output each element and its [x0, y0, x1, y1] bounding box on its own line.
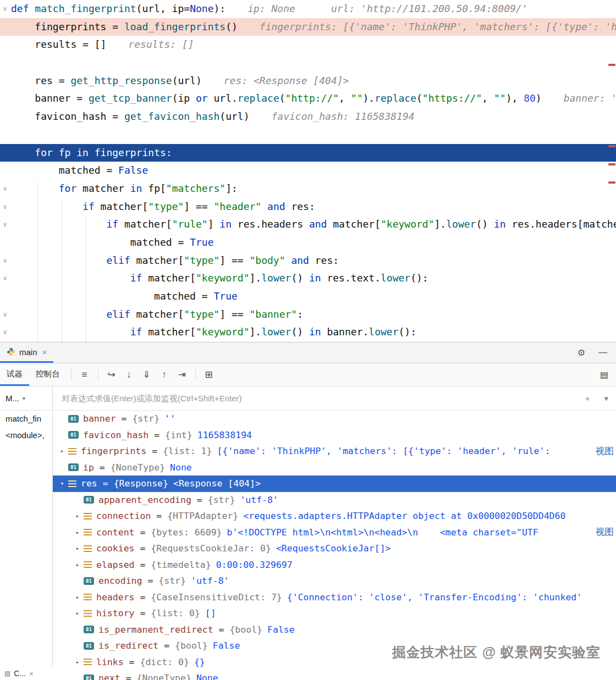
step-over-icon[interactable]: ↪ — [103, 369, 120, 380]
code-line[interactable]: fingerprints = load_fingerprints()finger… — [0, 18, 616, 36]
variable-row[interactable]: 01banner = {str}'' — [53, 411, 616, 427]
variable-name: res — [81, 478, 97, 489]
variable-row[interactable]: 01next = {NoneType}None — [53, 670, 616, 680]
expand-chevron-icon[interactable]: ▸ — [72, 545, 84, 552]
object-icon — [84, 594, 92, 600]
code-line[interactable]: matched = True — [0, 288, 616, 306]
code-line[interactable]: results = []results: [] — [0, 36, 616, 54]
view-link[interactable]: 视图 — [596, 526, 616, 538]
code-line[interactable]: ∨ elif matcher["type"] == "body" and res… — [0, 252, 616, 270]
expand-chevron-icon[interactable]: ▸ — [72, 659, 84, 666]
error-stripe-mark[interactable] — [608, 64, 615, 66]
variable-row[interactable]: ▾res = {Response}<Response [404]> — [53, 476, 616, 492]
error-stripe-mark[interactable] — [608, 181, 615, 184]
fold-chevron-icon[interactable]: ∨ — [1, 252, 9, 270]
fold-chevron-icon[interactable]: ∨ — [1, 0, 9, 18]
variable-name: ip — [83, 462, 94, 473]
variable-row[interactable]: 01is_redirect = {bool}False — [53, 638, 616, 654]
chevron-down-icon[interactable]: ▾ — [604, 394, 608, 403]
bottom-tab[interactable]: ▤ C... × — [0, 667, 53, 680]
expand-chevron-icon[interactable]: ▸ — [56, 447, 68, 455]
code-line[interactable]: ∨ for matcher in fp["matchers"]: — [0, 180, 616, 198]
variable-value: 1165838194 — [197, 430, 616, 440]
error-stripe-mark[interactable] — [608, 145, 615, 147]
code-line[interactable]: ∨ if matcher["keyword"].lower() in banne… — [0, 323, 616, 341]
variable-name: next — [98, 673, 120, 680]
variable-type: {RequestsCookieJar: 0} — [151, 543, 271, 554]
separator — [98, 369, 98, 380]
code-line[interactable]: matched = False — [0, 162, 616, 180]
layout-icon[interactable]: ▤ — [600, 369, 616, 380]
code-line[interactable]: ∨ if matcher["type"] == "header" and res… — [0, 198, 616, 216]
stack-frame[interactable]: match_fin — [0, 411, 52, 427]
run-to-cursor-icon[interactable]: ⇥ — [173, 369, 191, 380]
code-line[interactable]: ∨ elif matcher["type"] == "banner": — [0, 306, 616, 324]
threads-combo[interactable]: M... ▾ — [0, 386, 53, 410]
code-line[interactable]: matched = True — [0, 234, 616, 252]
code-line[interactable] — [0, 54, 616, 72]
tool-window-icon: ▤ — [4, 670, 10, 677]
variable-row[interactable]: ▸elapsed = {timedelta}0:00:00.329697 — [53, 557, 616, 573]
fold-chevron-icon[interactable]: ∨ — [1, 323, 9, 341]
variable-row[interactable]: 01favicon_hash = {int}1165838194 — [53, 427, 616, 444]
view-link[interactable]: 视图 — [596, 445, 616, 457]
fold-chevron-icon[interactable]: ∨ — [1, 306, 9, 324]
variable-row[interactable]: ▸content = {bytes: 6609}b'<!DOCTYPE html… — [53, 524, 616, 541]
variable-value: <RequestsCookieJar[]> — [276, 543, 616, 554]
force-step-into-icon[interactable]: ⇓ — [138, 369, 156, 380]
variable-name: elapsed — [96, 560, 135, 570]
inline-debug-hint: ip: None url: 'http://101.200.50.94:8009… — [248, 3, 527, 14]
fold-chevron-icon[interactable]: ∨ — [1, 198, 9, 216]
variable-value: <requests.adapters.HTTPAdapter object at… — [243, 511, 616, 521]
fold-chevron-icon[interactable]: ∨ — [1, 180, 9, 198]
evaluate-row: M... ▾ + ▾ — [0, 386, 616, 411]
variable-row[interactable]: 01is_permanent_redirect = {bool}False — [53, 622, 616, 638]
variable-value: [] — [205, 608, 616, 618]
close-icon[interactable]: × — [29, 670, 34, 678]
primitive-value-icon: 01 — [68, 431, 79, 439]
session-tab-main[interactable]: main × — [0, 342, 53, 363]
expand-chevron-icon[interactable]: ▸ — [72, 561, 84, 568]
variable-row[interactable]: ▸connection = {HTTPAdapter}<requests.ada… — [53, 508, 616, 524]
gear-icon[interactable]: ⚙ — [578, 347, 585, 358]
evaluate-expression-input[interactable] — [61, 393, 580, 403]
variable-row[interactable]: 01ip = {NoneType}None — [53, 460, 616, 476]
variable-row[interactable]: 01apparent_encoding = {str}'utf-8' — [53, 492, 616, 508]
code-line[interactable]: for fp in fingerprints: — [0, 144, 616, 162]
variable-row[interactable]: ▸links = {dict: 0}{} — [53, 654, 616, 671]
variable-row[interactable]: ▸fingerprints = {list: 1}[{'name': 'Thin… — [53, 443, 616, 460]
chevron-down-icon: ▾ — [23, 395, 25, 401]
code-line[interactable]: res = get_http_response(url)res: <Respon… — [0, 72, 616, 90]
code-line[interactable]: ∨ if matcher["rule"] in res.headers and … — [0, 215, 616, 234]
variable-row[interactable]: ▸history = {list: 0}[] — [53, 605, 616, 622]
more-icon[interactable]: ≡ — [76, 369, 94, 380]
code-line[interactable]: ∨ if matcher["keyword"].lower() in res.t… — [0, 269, 616, 288]
variable-name: content — [96, 527, 135, 538]
tab-debugger[interactable]: 试器 — [0, 363, 29, 386]
expand-chevron-icon[interactable]: ▸ — [72, 610, 84, 617]
close-icon[interactable]: × — [42, 347, 47, 357]
code-line[interactable]: ∨def match_fingerprint(url, ip=None):ip:… — [0, 0, 616, 18]
step-into-icon[interactable]: ↓ — [120, 369, 138, 380]
variable-row[interactable]: 01encoding = {str}'utf-8' — [53, 573, 616, 589]
view-breakpoints-icon[interactable]: ⊞ — [200, 369, 218, 380]
code-line[interactable]: favicon_hash = get_favicon_hash(url)favi… — [0, 108, 616, 126]
variable-row[interactable]: ▸headers = {CaseInsensitiveDict: 7}{'Con… — [53, 589, 616, 606]
code-line[interactable] — [0, 126, 616, 144]
code-line[interactable]: banner = get_tcp_banner(ip or url.replac… — [0, 90, 616, 108]
expand-chevron-icon[interactable]: ▾ — [56, 480, 68, 487]
fold-chevron-icon[interactable]: ∨ — [1, 215, 9, 234]
minimize-icon[interactable]: — — [598, 347, 607, 358]
code-area: ∨def match_fingerprint(url, ip=None):ip:… — [0, 0, 616, 341]
variable-name: apparent_encoding — [98, 495, 191, 505]
stack-frame[interactable]: <module>, — [0, 427, 52, 444]
expand-chevron-icon[interactable]: ▸ — [72, 594, 84, 601]
step-out-icon[interactable]: ↑ — [156, 369, 173, 380]
fold-chevron-icon[interactable]: ∨ — [1, 269, 9, 288]
tab-console[interactable]: 控制台 — [29, 363, 67, 386]
expand-chevron-icon[interactable]: ▸ — [72, 512, 84, 519]
variable-row[interactable]: ▸cookies = {RequestsCookieJar: 0}<Reques… — [53, 540, 616, 557]
expand-chevron-icon[interactable]: ▸ — [72, 529, 84, 536]
error-stripe-mark[interactable] — [608, 163, 615, 165]
add-watch-icon[interactable]: + — [585, 394, 590, 403]
